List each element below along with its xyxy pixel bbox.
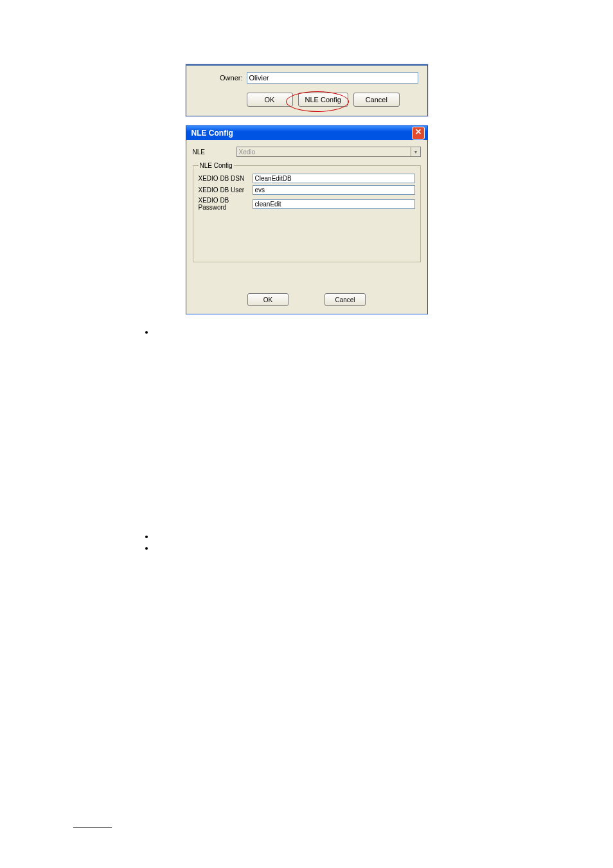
chevron-down-icon: ▾ (411, 147, 420, 156)
window-title: NLE Config (191, 129, 233, 138)
close-icon: ✕ (415, 127, 422, 136)
dbuser-label: XEDIO DB User (199, 186, 253, 194)
list-item (154, 543, 613, 555)
dbpassword-input[interactable] (253, 199, 415, 209)
dbpassword-label: XEDIO DB Password (199, 197, 253, 211)
nle-config-dialog: NLE Config ✕ NLE Xedio ▾ NLE Config XEDI… (186, 125, 428, 314)
list-item (154, 532, 613, 543)
ok-button-nle[interactable]: OK (247, 293, 289, 306)
nle-select-value: Xedio (237, 149, 411, 156)
owner-label: Owner: (195, 74, 247, 82)
dbuser-input[interactable] (253, 185, 415, 195)
host-config-dialog: Owner: OK NLE Config Cancel (186, 64, 428, 116)
nle-select[interactable]: Xedio ▾ (236, 147, 421, 157)
owner-input[interactable] (247, 72, 418, 84)
footnote-rule (73, 827, 112, 828)
dsn-input[interactable] (253, 174, 415, 183)
nle-label: NLE (193, 149, 236, 156)
cancel-button-nle[interactable]: Cancel (324, 293, 366, 306)
bullet-list (129, 327, 613, 339)
dsn-label: XEDIO DB DSN (199, 175, 253, 182)
titlebar: NLE Config ✕ (186, 126, 427, 140)
nle-config-fieldset: NLE Config XEDIO DB DSN XEDIO DB User XE… (193, 162, 421, 262)
cancel-button[interactable]: Cancel (353, 93, 400, 107)
list-item (154, 327, 613, 339)
fieldset-legend: NLE Config (199, 162, 234, 169)
ok-button[interactable]: OK (247, 93, 293, 107)
close-button[interactable]: ✕ (412, 127, 425, 140)
nle-config-button[interactable]: NLE Config (298, 93, 348, 107)
